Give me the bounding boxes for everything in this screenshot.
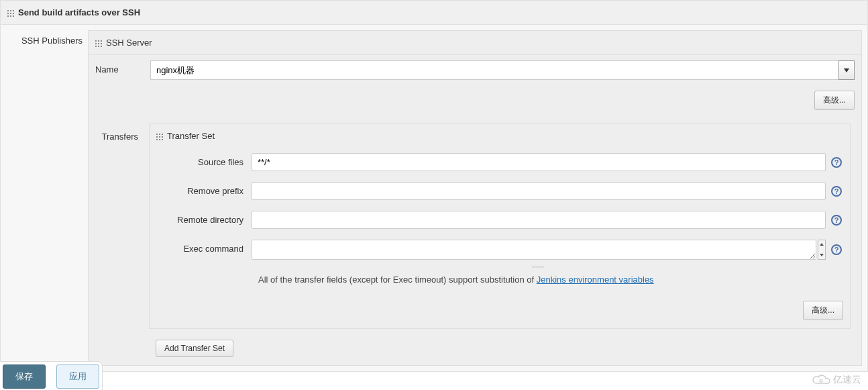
remote-directory-label: Remote directory [158, 211, 252, 225]
note-text: All of the transfer fields (except for E… [258, 275, 537, 285]
resize-grip[interactable] [252, 264, 826, 269]
jenkins-env-vars-link[interactable]: Jenkins environment variables [537, 275, 654, 285]
transfers-label: Transfers [94, 118, 149, 334]
remove-prefix-label: Remove prefix [158, 182, 252, 196]
main-content: SSH Publishers SSH Server Name [1, 25, 867, 371]
drag-handle-icon[interactable] [94, 39, 102, 47]
transfer-advanced-button[interactable]: 高级... [803, 301, 843, 320]
exec-command-row: Exec command ? [150, 234, 850, 265]
build-step-section: Send build artifacts over SSH SSH Publis… [0, 0, 868, 372]
save-button[interactable]: 保存 [3, 364, 46, 389]
ssh-server-header: SSH Server [89, 31, 861, 55]
source-files-label: Source files [158, 153, 252, 167]
transfer-set-header: Transfer Set [150, 124, 850, 148]
add-transfer-row: Add Transfer Set [149, 334, 861, 365]
help-icon[interactable]: ? [831, 186, 842, 197]
transfer-advanced-row: 高级... [150, 295, 850, 328]
exec-command-input[interactable] [252, 240, 816, 260]
help-icon[interactable]: ? [831, 157, 842, 168]
name-row: Name [89, 55, 861, 85]
ssh-server-title: SSH Server [106, 38, 152, 48]
remove-prefix-input[interactable] [252, 182, 826, 200]
scroll-up-icon[interactable] [818, 240, 825, 248]
watermark-text: 亿速云 [833, 374, 861, 386]
cloud-icon [812, 374, 830, 386]
name-dropdown[interactable] [150, 60, 855, 80]
source-files-row: Source files ? [150, 148, 850, 177]
apply-button[interactable]: 应用 [56, 364, 99, 389]
name-label: Name [95, 60, 150, 75]
remove-prefix-row: Remove prefix ? [150, 177, 850, 205]
transfer-note: All of the transfer fields (except for E… [150, 269, 850, 295]
dropdown-button[interactable] [838, 60, 855, 80]
remote-directory-row: Remote directory ? [150, 205, 850, 234]
ssh-server-panel: SSH Server Name 高级... Transfer [88, 30, 862, 366]
scroll-down-icon[interactable] [818, 251, 825, 259]
ssh-server-advanced-button[interactable]: 高级... [814, 91, 855, 110]
name-input[interactable] [150, 60, 838, 80]
drag-handle-icon[interactable] [155, 132, 163, 140]
section-header: Send build artifacts over SSH [1, 1, 867, 25]
name-field [150, 60, 855, 80]
grip-icon [533, 266, 545, 268]
transfer-set-title: Transfer Set [167, 131, 215, 141]
bottom-action-bar: 保存 应用 [0, 361, 103, 390]
source-files-input[interactable] [252, 153, 826, 171]
section-title: Send build artifacts over SSH [18, 7, 140, 17]
svg-point-0 [820, 379, 822, 382]
textarea-scrollbar[interactable] [818, 240, 826, 260]
transfers-panel: Transfer Set Source files ? Remove prefi… [149, 124, 851, 329]
exec-command-label: Exec command [158, 240, 252, 254]
ssh-publishers-label: SSH Publishers [1, 25, 88, 371]
drag-handle-icon[interactable] [6, 9, 14, 17]
remote-directory-input[interactable] [252, 211, 826, 229]
help-icon[interactable]: ? [831, 215, 842, 226]
ssh-server-advanced-row: 高级... [89, 85, 861, 118]
help-icon[interactable]: ? [831, 244, 842, 255]
chevron-down-icon [844, 68, 849, 72]
transfers-row: Transfers Transfer Set Source files ? [89, 118, 861, 334]
watermark: 亿速云 [812, 374, 861, 386]
add-transfer-set-button[interactable]: Add Transfer Set [156, 340, 233, 357]
